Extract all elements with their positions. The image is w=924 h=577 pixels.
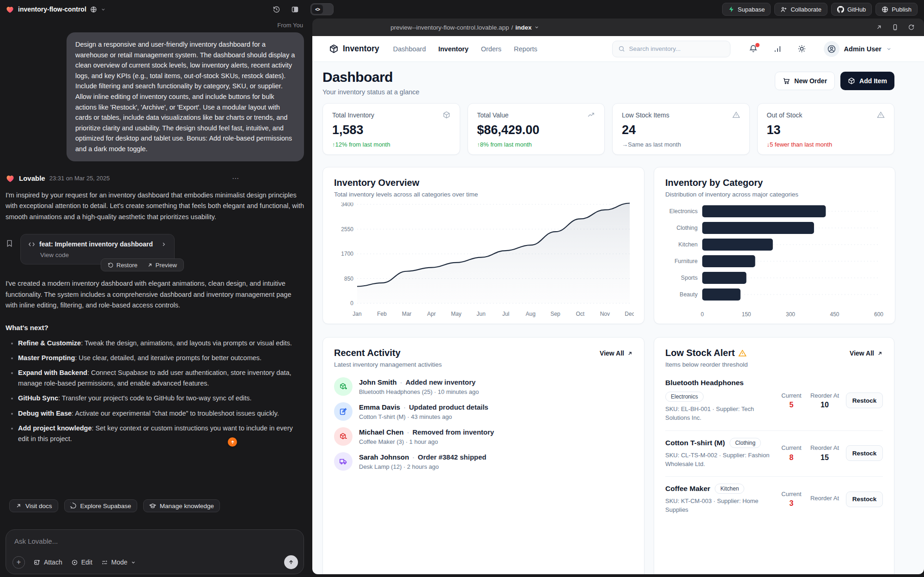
publish-button[interactable]: Publish — [875, 3, 918, 16]
avatar — [824, 41, 839, 57]
low-stock-list: Bluetooth Headphones Electronics SKU: EL… — [665, 372, 883, 522]
user-menu[interactable]: Admin User — [824, 41, 892, 57]
mobile-view-icon[interactable] — [892, 24, 899, 31]
restock-button[interactable]: Restock — [846, 393, 883, 408]
analytics-button[interactable] — [773, 45, 782, 53]
commit-title: feat: Implement inventory dashboard — [39, 240, 157, 248]
quick-action-button[interactable]: Explore Supabase — [64, 499, 137, 512]
activity-item[interactable]: Emma Davis·Updated product details Cotto… — [334, 402, 633, 421]
new-order-button[interactable]: New Order — [775, 72, 835, 90]
svg-text:Mar: Mar — [402, 311, 412, 317]
dark-mode-toggle[interactable] — [797, 44, 806, 53]
view-code-link[interactable]: View code — [40, 252, 167, 258]
nav-link[interactable]: Dashboard — [393, 45, 426, 53]
collaborate-button[interactable]: Collaborate — [774, 3, 827, 16]
kpi-delta: ↑8% from last month — [477, 141, 596, 148]
project-menu[interactable]: inventory-flow-control — [6, 0, 106, 18]
top-bar-actions: Supabase Collaborate GitHub Publish — [722, 3, 918, 16]
dashboard-app: Inventory DashboardInventoryOrdersReport… — [312, 36, 924, 574]
edit-button[interactable]: Edit — [71, 559, 92, 566]
restock-button[interactable]: Restock — [846, 445, 883, 461]
svg-text:Sep: Sep — [550, 311, 560, 317]
scroll-to-top-button[interactable] — [228, 437, 237, 447]
low-stock-card: Low Stock Alert Items below reorder thre… — [654, 337, 894, 574]
refresh-icon[interactable] — [908, 24, 915, 31]
github-button[interactable]: GitHub — [831, 3, 872, 16]
send-button[interactable] — [284, 555, 298, 569]
svg-text:0: 0 — [701, 311, 704, 318]
search-input[interactable]: Search inventory... — [612, 41, 730, 57]
arrow-up-right-icon — [147, 262, 153, 268]
recent-activity-card: Recent Activity Latest inventory managem… — [322, 337, 644, 574]
graduation-cap-icon — [149, 503, 156, 509]
item-name: Cotton T-shirt (M) — [665, 439, 725, 447]
supabase-button[interactable]: Supabase — [722, 3, 771, 16]
app-brand[interactable]: Inventory — [329, 44, 379, 54]
nav-link[interactable]: Inventory — [438, 45, 468, 53]
notifications-button[interactable] — [749, 44, 758, 53]
current-stock: 3 — [777, 499, 806, 508]
activity-list: John Smith·Added new inventory Bluetooth… — [334, 377, 633, 471]
kpi-value: $86,429.00 — [477, 123, 596, 137]
view-all-link[interactable]: View All — [600, 348, 633, 357]
activity-item[interactable]: Sarah Johnson·Order #3842 shipped Desk L… — [334, 452, 633, 471]
chat-input[interactable]: Ask Lovable... + Attach Edit Mode — [6, 529, 304, 574]
svg-text:Nov: Nov — [600, 311, 610, 317]
chat-messages[interactable]: From You Design a responsive and user-fr… — [6, 18, 304, 499]
nav-link[interactable]: Orders — [481, 45, 501, 53]
mode-selector[interactable]: Mode — [101, 559, 136, 566]
list-item: Add project knowledge: Set key context o… — [18, 423, 304, 444]
restore-preview-bar: Restore Preview — [101, 258, 184, 271]
assistant-summary: I've created a modern inventory dashboar… — [6, 278, 304, 311]
restore-icon — [108, 262, 114, 268]
item-name: Bluetooth Headphones — [665, 379, 744, 387]
preview-url[interactable]: preview--inventory-flow-control.lovable.… — [390, 24, 539, 31]
from-you-label: From You — [6, 22, 303, 29]
quick-action-button[interactable]: Visit docs — [9, 499, 58, 512]
svg-text:Oct: Oct — [576, 311, 584, 317]
svg-text:May: May — [451, 311, 462, 317]
activity-item[interactable]: Michael Chen·Removed from inventory Coff… — [334, 427, 633, 446]
svg-text:Feb: Feb — [377, 311, 387, 317]
code-icon: <> — [312, 5, 323, 14]
preview-button[interactable]: Preview — [142, 262, 182, 269]
nav-link[interactable]: Reports — [514, 45, 537, 53]
svg-text:Jun: Jun — [477, 311, 486, 317]
section-subtitle: Latest inventory management activities — [334, 361, 442, 368]
kpi-card: Total Value $86,429.00 ↑8% from last mon… — [468, 103, 605, 155]
add-item-button[interactable]: Add Item — [840, 72, 894, 90]
activity-item[interactable]: John Smith·Added new inventory Bluetooth… — [334, 377, 633, 396]
list-item: GitHub Sync: Transfer your project's cod… — [18, 393, 304, 404]
search-icon — [618, 45, 625, 52]
bookmark-icon[interactable] — [6, 239, 13, 247]
assistant-intro: I'm inspired by your request for an inve… — [6, 190, 304, 222]
lovable-heart-icon — [6, 5, 14, 14]
svg-text:Jan: Jan — [353, 311, 361, 317]
quick-action-button[interactable]: Manage knowledge — [143, 499, 220, 512]
reorder-at: 10 — [810, 401, 839, 409]
list-item: Expand with Backend: Connect Supabase to… — [18, 368, 304, 389]
message-menu-button[interactable]: ⋯ — [232, 174, 239, 183]
restock-button[interactable]: Restock — [846, 491, 883, 507]
package-minus-icon — [334, 427, 353, 446]
history-icon[interactable] — [273, 6, 280, 13]
package-icon — [443, 111, 450, 119]
view-all-link[interactable]: View All — [850, 348, 883, 357]
attach-button[interactable]: Attach — [34, 559, 62, 566]
add-attachment-button[interactable]: + — [12, 556, 25, 569]
category-badge: Clothing — [729, 438, 761, 448]
item-sku: SKU: KT-CM-003 · Supplier: Home Supplies — [665, 497, 773, 515]
open-external-icon[interactable] — [875, 24, 882, 31]
low-stock-row: Cotton T-shirt (M) Clothing SKU: CL-TS-M… — [665, 431, 883, 477]
section-title: Low Stock Alert — [665, 348, 735, 358]
panel-layout-icon[interactable] — [291, 6, 299, 13]
restore-button[interactable]: Restore — [103, 262, 142, 269]
svg-text:Electronics: Electronics — [669, 208, 698, 215]
chat-bubble-icon — [70, 503, 77, 509]
github-icon — [837, 6, 844, 13]
svg-text:3400: 3400 — [341, 203, 353, 208]
code-view-toggle[interactable]: <> — [310, 3, 334, 15]
svg-text:Apr: Apr — [427, 311, 436, 317]
kpi-delta: ↓5 fewer than last month — [767, 141, 885, 148]
package-plus-icon — [334, 377, 353, 396]
